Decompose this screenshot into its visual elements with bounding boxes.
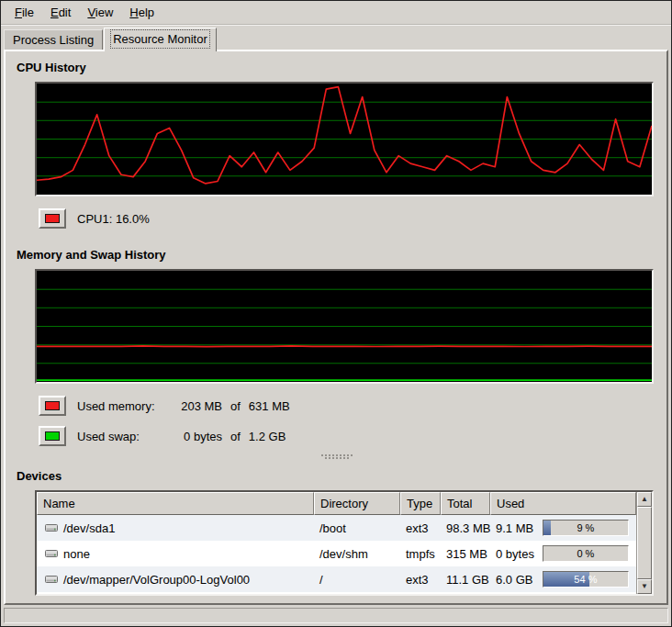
device-type: tmpfs: [400, 541, 441, 566]
progress-label: 0 %: [543, 546, 628, 561]
arrow-down-icon: ▼: [641, 583, 648, 590]
menu-edit-label: dit: [59, 6, 72, 19]
device-used: 6.0 GB: [496, 573, 543, 587]
menu-view[interactable]: View: [79, 2, 121, 23]
cpu-color-swatch[interactable]: [39, 208, 66, 229]
memory-legend-row: Used memory: 203 MB of 631 MB: [39, 396, 657, 416]
col-header-type[interactable]: Type: [400, 492, 441, 515]
menu-help[interactable]: Help: [121, 2, 162, 23]
memory-total-value: 631 MB: [249, 399, 290, 413]
device-name: /dev/sda1: [63, 521, 115, 535]
cpu-history-graph: [35, 82, 654, 196]
devices-table-header: Name Directory Type Total Used: [37, 492, 636, 515]
grip-dots: [325, 457, 349, 460]
swap-color-swatch-fill: [45, 431, 60, 441]
menu-edit[interactable]: Edit: [42, 2, 79, 23]
tab-process-listing[interactable]: Process Listing: [4, 29, 103, 50]
memory-color-swatch-fill: [45, 401, 60, 410]
memory-color-swatch[interactable]: [39, 396, 66, 416]
progress-label: 54 %: [543, 572, 628, 587]
tab-resource-monitor-label: Resource Monitor: [113, 32, 207, 46]
col-header-used[interactable]: Used: [490, 492, 636, 515]
device-total: 11.1 GB: [441, 566, 490, 592]
cpu-color-swatch-fill: [45, 214, 60, 223]
menu-edit-mnemonic: E: [50, 6, 59, 19]
menu-file[interactable]: File: [6, 2, 42, 23]
swap-legend-label: Used swap:: [77, 430, 169, 443]
devices-table: Name Directory Type Total Used /dev/sda1: [35, 490, 654, 596]
device-directory: /: [314, 566, 400, 592]
cpu-legend-label: CPU1: 16.0%: [77, 212, 150, 226]
drive-icon: [44, 546, 59, 561]
devices-table-body: /dev/sda1 /boot ext3 98.3 MB 9.1 MB 9 %: [37, 515, 636, 594]
memory-legend-label: Used memory:: [77, 399, 169, 413]
cpu-usage-line: [37, 87, 652, 184]
device-directory: /boot: [314, 515, 400, 541]
menu-file-label: ile: [22, 6, 34, 19]
tab-process-listing-label: Process Listing: [13, 33, 94, 47]
device-name: /dev/mapper/VolGroup00-LogVol00: [63, 573, 250, 587]
resource-monitor-panel: CPU History CPU1: 16.0% Memory and Swap …: [4, 50, 668, 605]
arrow-up-icon: ▲: [641, 496, 648, 503]
swap-used-value: 0 bytes: [169, 430, 222, 443]
device-type: ext3: [400, 515, 441, 541]
col-header-directory[interactable]: Directory: [314, 492, 400, 515]
device-row-none[interactable]: none /dev/shm tmpfs 315 MB 0 bytes 0 %: [37, 541, 636, 566]
swap-legend-row: Used swap: 0 bytes of 1.2 GB: [39, 426, 657, 446]
devices-table-area: Name Directory Type Total Used /dev/sda1: [37, 492, 636, 594]
col-header-total[interactable]: Total: [441, 492, 490, 515]
device-total: 98.3 MB: [441, 515, 490, 541]
usage-progress-bar: 0 %: [543, 545, 629, 562]
device-used: 0 bytes: [496, 547, 543, 561]
swap-total-value: 1.2 GB: [249, 430, 286, 443]
swap-color-swatch[interactable]: [39, 426, 66, 446]
usage-progress-bar: 54 %: [543, 571, 629, 588]
system-monitor-window: File Edit View Help Process Listing Reso…: [0, 0, 672, 627]
device-row-sda1[interactable]: /dev/sda1 /boot ext3 98.3 MB 9.1 MB 9 %: [37, 515, 636, 541]
menu-help-label: elp: [139, 6, 154, 19]
cpu-history-heading: CPU History: [17, 61, 657, 74]
drive-icon: [44, 572, 59, 587]
col-header-name[interactable]: Name: [37, 492, 314, 515]
progress-label: 9 %: [543, 521, 628, 535]
device-directory: /dev/shm: [314, 541, 400, 566]
status-bar: [4, 608, 668, 623]
menu-view-label: iew: [95, 6, 114, 19]
memory-swap-chart: [37, 271, 652, 382]
scroll-up-button[interactable]: ▲: [637, 492, 652, 507]
tab-resource-monitor[interactable]: Resource Monitor: [104, 28, 217, 51]
menu-bar: File Edit View Help: [1, 1, 671, 25]
pane-resize-grip[interactable]: [319, 454, 355, 460]
memory-swap-graph: [35, 269, 654, 384]
usage-progress-bar: 9 %: [543, 520, 629, 536]
device-total: 315 MB: [441, 541, 490, 566]
scroll-down-button[interactable]: ▼: [637, 579, 652, 594]
drive-icon: [44, 521, 59, 535]
memory-usage-line: [37, 346, 652, 347]
devices-heading: Devices: [17, 469, 657, 483]
device-name: none: [63, 547, 90, 561]
menu-file-mnemonic: F: [15, 6, 22, 19]
device-used: 9.1 MB: [496, 521, 543, 535]
memory-swap-heading: Memory and Swap History: [17, 248, 657, 262]
cpu-legend-row: CPU1: 16.0%: [39, 208, 657, 229]
device-type: ext3: [400, 566, 441, 592]
cpu-history-chart: [37, 84, 652, 195]
memory-of-text: of: [230, 399, 241, 413]
tab-bar: Process Listing Resource Monitor: [1, 25, 671, 50]
menu-help-mnemonic: H: [129, 6, 138, 19]
device-row-volgroup[interactable]: /dev/mapper/VolGroup00-LogVol00 / ext3 1…: [37, 566, 636, 592]
memory-used-value: 203 MB: [169, 399, 222, 413]
devices-scrollbar[interactable]: ▲ ▼: [636, 492, 652, 594]
scrollbar-thumb[interactable]: [637, 507, 652, 579]
menu-view-mnemonic: V: [87, 6, 95, 19]
swap-of-text: of: [230, 430, 241, 443]
